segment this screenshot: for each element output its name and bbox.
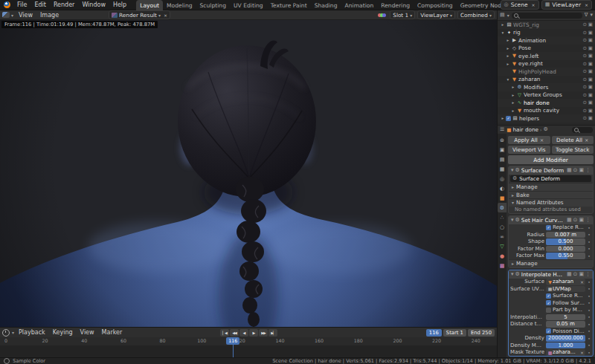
workspace-tab-animation[interactable]: Animation — [341, 0, 378, 10]
outliner-item-animation[interactable]: ▸▶Animation⊙▣ — [498, 36, 595, 45]
animate-decorator-icon[interactable]: • — [587, 314, 591, 319]
animate-decorator-icon[interactable]: • — [587, 322, 591, 327]
disable-in-render-icon[interactable]: ▣ — [588, 30, 593, 36]
properties-tab-scene[interactable]: ◎ — [498, 174, 507, 183]
animate-decorator-icon[interactable]: • — [587, 253, 591, 259]
animate-decorator-icon[interactable]: • — [587, 293, 591, 299]
checkbox-follow-surface-n[interactable]: ✓ — [546, 300, 551, 305]
timeline-menu-view[interactable]: View — [77, 328, 98, 337]
playhead-frame-label[interactable]: 116 — [226, 337, 239, 345]
animate-decorator-icon[interactable]: • — [587, 246, 591, 251]
display-channels-icon[interactable] — [378, 13, 386, 17]
outliner-editor-caret-icon[interactable]: ▾ — [507, 13, 509, 18]
render-display-toggle-icon[interactable]: ▣ — [579, 218, 584, 223]
properties-tab-tool[interactable]: ⊛ — [498, 135, 507, 145]
hide-in-viewport-icon[interactable]: ⊙ — [582, 77, 586, 82]
properties-tab-output[interactable]: ▤ — [498, 155, 507, 164]
play-button[interactable]: ▶ — [249, 329, 258, 337]
jump-to-start-button[interactable]: ▏◀ — [220, 329, 229, 337]
editor-type-caret-icon[interactable]: ▾ — [11, 13, 13, 18]
render-slot-selector[interactable]: Slot 1 ▾ — [390, 10, 415, 19]
expand-caret-icon[interactable]: ▸ — [505, 38, 511, 42]
outliner-item-hair-done[interactable]: ▸∿hair done⊙▣ — [498, 99, 595, 107]
expand-caret-icon[interactable]: ▸ — [510, 93, 516, 97]
viewport-vis-button[interactable]: Viewport Vis — [508, 146, 550, 154]
menu-file[interactable]: File — [13, 0, 30, 10]
hide-in-viewport-icon[interactable]: ⊙ — [582, 30, 586, 36]
edit-mode-toggle-icon[interactable]: ▦ — [567, 168, 572, 173]
value-slider-distance-to-guid[interactable]: 0.05 m — [546, 321, 585, 328]
animate-decorator-icon[interactable]: • — [587, 328, 591, 334]
extras-menu-icon[interactable]: ⋮ — [585, 218, 591, 223]
expand-caret-icon[interactable]: ▾ — [511, 272, 514, 277]
properties-tab-world[interactable]: ◐ — [498, 183, 507, 193]
filter-icon[interactable]: ∇ — [585, 13, 588, 18]
hide-in-viewport-icon[interactable]: ⊙ — [582, 22, 586, 27]
hide-in-viewport-icon[interactable]: ⊙ — [582, 84, 586, 90]
modifier-header[interactable]: ▾⚙Set Hair Curve P...▦⊙▣⋮ — [509, 216, 593, 224]
add-modifier-button[interactable]: Add Modifier — [508, 155, 594, 164]
frame-start-field[interactable]: Start 1 — [443, 329, 466, 337]
expand-caret-icon[interactable]: ▸ — [505, 46, 511, 51]
animate-decorator-icon[interactable]: • — [587, 286, 591, 291]
outliner-editor-icon[interactable]: ▤ — [500, 13, 505, 18]
value-slider-density[interactable]: 2000000.000 — [546, 335, 585, 342]
expand-caret-icon[interactable]: ▸ — [510, 100, 516, 105]
disable-in-render-icon[interactable]: ▣ — [588, 77, 593, 82]
outliner-item-eye-right[interactable]: ▸▼eye.right⊙▣ — [498, 60, 595, 68]
image-editor-menu-view[interactable]: View — [15, 10, 36, 20]
properties-tab-render[interactable]: ▣ — [498, 145, 507, 155]
hide-in-viewport-icon[interactable]: ⊙ — [582, 100, 586, 105]
disable-in-render-icon[interactable]: ▣ — [588, 100, 593, 105]
workspace-tab-shading[interactable]: Shading — [311, 0, 341, 10]
workspace-tab-texture-paint[interactable]: Texture Paint — [267, 0, 311, 10]
expand-caret-icon[interactable]: ▸ — [510, 85, 516, 89]
disable-in-render-icon[interactable]: ▣ — [588, 108, 593, 114]
value-slider-interpolation-gu[interactable]: 5 — [546, 314, 585, 321]
disable-in-render-icon[interactable]: ▣ — [588, 68, 593, 74]
menu-edit[interactable]: Edit — [30, 0, 50, 10]
disable-in-render-icon[interactable]: ▣ — [588, 115, 593, 121]
workspace-tab-compositing[interactable]: Compositing — [414, 0, 457, 10]
properties-tab-modifiers[interactable]: ⚙ — [498, 203, 507, 212]
modifier-header[interactable]: ▾⚙Surface Deform▦⊙▣⋮ — [509, 166, 593, 175]
properties-tab-object[interactable]: ■ — [498, 193, 507, 203]
viewport-display-toggle-icon[interactable]: ⊙ — [573, 272, 578, 277]
outliner-item-highpolyhead[interactable]: ▼HighPolyHead⊙▣ — [498, 68, 595, 76]
panel-bake[interactable]: ▸Bake — [509, 191, 593, 199]
outliner-item-zaharan[interactable]: ▾▼zaharan⊙▣ — [498, 76, 595, 84]
expand-caret-icon[interactable]: ▸ — [505, 62, 511, 66]
play-reverse-button[interactable]: ◀ — [239, 329, 248, 337]
render-display-toggle-icon[interactable]: ▣ — [579, 168, 584, 173]
checkbox-part-by-mesh-isla[interactable] — [546, 308, 551, 313]
jump-to-end-button[interactable]: ▶▏ — [268, 329, 277, 337]
workspace-tab-rendering[interactable]: Rendering — [377, 0, 414, 10]
value-slider-shape[interactable]: 0.500 — [546, 238, 585, 245]
animate-decorator-icon[interactable]: • — [587, 232, 591, 237]
remove-view-layer-icon[interactable]: × — [583, 2, 588, 7]
hide-in-viewport-icon[interactable]: ⊙ — [582, 45, 586, 51]
animate-decorator-icon[interactable]: • — [587, 239, 591, 244]
image-datablock-selector[interactable]: Render Result ▾ × — [109, 10, 170, 19]
properties-tab-material[interactable]: ● — [498, 251, 507, 261]
viewport-display-toggle-icon[interactable]: ⊙ — [573, 218, 578, 223]
disable-in-render-icon[interactable]: ▣ — [588, 22, 593, 27]
hide-in-viewport-icon[interactable]: ⊙ — [582, 108, 586, 114]
workspace-tab-layout[interactable]: Layout — [136, 0, 163, 10]
menu-render[interactable]: Render — [50, 0, 78, 10]
frame-end-field[interactable]: End 250 — [468, 329, 495, 337]
disable-in-render-icon[interactable]: ▣ — [588, 92, 593, 98]
animate-decorator-icon[interactable]: • — [587, 342, 591, 348]
animate-decorator-icon[interactable]: • — [587, 279, 591, 285]
expand-caret-icon[interactable]: ▸ — [505, 53, 511, 58]
render-pass-selector[interactable]: Combined ▾ — [457, 10, 495, 19]
value-slider-density-mask[interactable]: 1.000 — [546, 342, 585, 349]
expand-caret-icon[interactable]: ▾ — [500, 30, 506, 35]
properties-tab-view-layer[interactable]: ▦ — [498, 164, 507, 174]
panel-manage[interactable]: ▸Manage — [509, 259, 593, 267]
extras-menu-icon[interactable]: ⋮ — [585, 272, 591, 277]
value-slider-radius[interactable]: 0.007 m — [546, 232, 585, 238]
expand-caret-icon[interactable]: ▾ — [511, 218, 514, 223]
animate-decorator-icon[interactable]: • — [587, 336, 591, 341]
image-editor-menu-image[interactable]: Image — [36, 10, 62, 20]
